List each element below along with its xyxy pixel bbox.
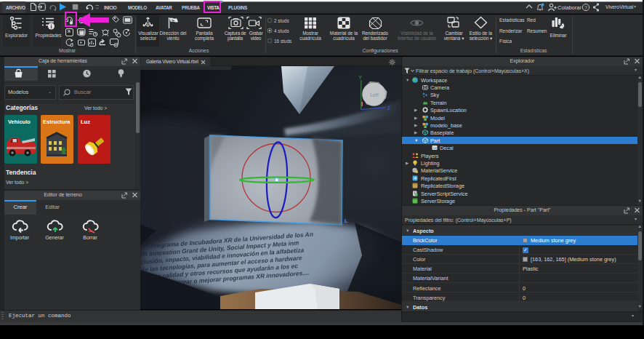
svg-text:Z: Z: [387, 105, 390, 111]
svg-text:i: i: [50, 23, 52, 30]
svg-text:Y: Y: [359, 75, 363, 80]
svg-text:Left: Left: [370, 92, 379, 97]
svg-text:L: L: [345, 218, 348, 224]
svg-text:?: ?: [584, 5, 587, 10]
